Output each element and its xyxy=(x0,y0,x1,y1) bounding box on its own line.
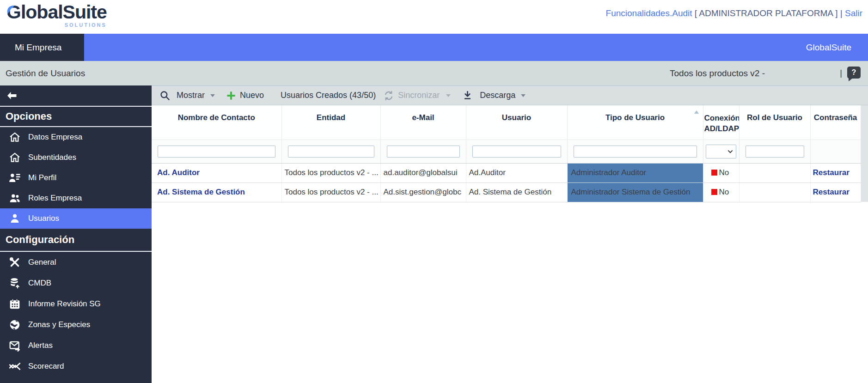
sidebar-item-label: Informe Revisión SG xyxy=(28,299,101,309)
filter-adldap-select[interactable] xyxy=(706,145,736,158)
grid-toolbar: Mostrar Nuevo Usuarios Creados (43/50) S… xyxy=(152,85,868,105)
descarga-button[interactable]: Descarga xyxy=(480,91,515,100)
sidebar: Opciones Datos Empresa Subentidades Mi P… xyxy=(0,85,152,383)
profile-icon xyxy=(8,171,21,184)
sidebar-item-cmdb[interactable]: CMDB xyxy=(0,273,152,293)
sidebar-item-label: Roles Empresa xyxy=(28,194,82,203)
sidebar-item-datos-empresa[interactable]: Datos Empresa xyxy=(0,127,152,147)
back-arrow-icon xyxy=(6,90,18,101)
sidebar-item-roles-empresa[interactable]: Roles Empresa xyxy=(0,188,152,208)
calendar-icon xyxy=(8,298,21,310)
mostrar-button[interactable]: Mostrar xyxy=(177,91,205,100)
sidebar-item-label: Usuarios xyxy=(28,214,59,223)
col-header-tipo[interactable]: Tipo de Usuario xyxy=(567,105,703,140)
globalsuite-logo: GlobalSuite SOLUTIONS xyxy=(6,3,107,28)
search-icon[interactable] xyxy=(159,90,170,101)
home-icon xyxy=(8,151,21,164)
account-links: Funcionalidades.Audit [ ADMINISTRADOR PL… xyxy=(606,8,862,18)
email-cell: ad.auditor@globalsui xyxy=(380,163,466,182)
table-right-gutter xyxy=(861,105,868,202)
entidad-cell: Todos los productos v2 - ... xyxy=(281,182,380,202)
restaurar-link[interactable]: Restaurar xyxy=(813,168,850,177)
account-role-label: [ ADMINISTRADOR PLATAFORMA ] xyxy=(695,8,838,18)
sidebar-item-scorecard[interactable]: Scorecard xyxy=(0,356,152,377)
rol-cell xyxy=(739,182,810,202)
logo-g: G xyxy=(6,1,21,23)
pagebar-separator: | xyxy=(840,61,842,85)
sidebar-item-label: Scorecard xyxy=(28,362,64,371)
logo-wordmark: GlobalSuite xyxy=(6,1,107,23)
rol-cell xyxy=(739,163,810,182)
col-header-entidad[interactable]: Entidad xyxy=(281,105,380,140)
page-title: Gestión de Usuarios xyxy=(6,61,85,85)
sidebar-heading-opciones: Opciones xyxy=(0,107,152,127)
mostrar-dropdown-caret[interactable] xyxy=(210,94,215,97)
sidebar-item-general[interactable]: General xyxy=(0,252,152,273)
table-row: Ad. Auditor Todos los productos v2 - ...… xyxy=(152,163,861,182)
col-header-rol[interactable]: Rol de Usuario xyxy=(739,105,810,140)
sort-asc-icon xyxy=(694,110,699,114)
usuario-cell: Ad.Auditor xyxy=(466,163,567,182)
sidebar-heading-configuracion: Configuración xyxy=(0,229,152,252)
filter-tipo-input[interactable] xyxy=(574,146,697,158)
col-header-tipo-label: Tipo de Usuario xyxy=(605,113,665,122)
help-icon[interactable]: ? xyxy=(847,67,861,79)
nav-brand-label: GlobalSuite xyxy=(806,34,851,61)
col-header-usuario[interactable]: Usuario xyxy=(466,105,567,140)
col-header-conexion[interactable]: Conexión AD/LDAP xyxy=(703,105,739,140)
entidad-cell: Todos los productos v2 - ... xyxy=(281,163,380,182)
status-red-icon xyxy=(711,170,717,176)
sincronizar-dropdown-caret xyxy=(446,94,451,97)
user-icon xyxy=(8,212,21,225)
sidebar-back-button[interactable] xyxy=(0,85,152,107)
sidebar-item-subentidades[interactable]: Subentidades xyxy=(0,147,152,168)
filter-entidad-input[interactable] xyxy=(288,146,374,158)
col-header-email[interactable]: e-Mail xyxy=(380,105,466,140)
filter-row xyxy=(152,140,861,163)
conexion-header-line2: AD/LDAP xyxy=(704,124,740,133)
sidebar-item-alertas[interactable]: Alertas xyxy=(0,335,152,356)
user-name-link[interactable]: Ad. Sistema de Gestión xyxy=(157,188,245,196)
mail-forward-icon xyxy=(8,339,21,352)
page-context-label: Todos los productos v2 - xyxy=(670,61,765,85)
user-name-link[interactable]: Ad. Auditor xyxy=(157,168,200,177)
status-red-icon xyxy=(711,189,717,195)
col-header-nombre[interactable]: Nombre de Contacto xyxy=(152,105,281,140)
links-separator: | xyxy=(840,8,843,18)
logout-link[interactable]: Salir xyxy=(845,8,862,18)
conexion-cell: No xyxy=(703,182,739,202)
sidebar-item-usuarios[interactable]: Usuarios xyxy=(0,208,152,229)
app-window: GlobalSuite SOLUTIONS Funcionalidades.Au… xyxy=(0,0,868,383)
sidebar-item-zonas-especies[interactable]: Zonas y Especies xyxy=(0,314,152,335)
usuario-cell: Ad. Sistema de Gestión xyxy=(466,182,567,202)
col-header-contrasena[interactable]: Contraseña xyxy=(810,105,861,140)
plus-icon[interactable] xyxy=(226,91,236,101)
descarga-dropdown-caret[interactable] xyxy=(521,94,526,97)
users-table: Nombre de Contacto Entidad e-Mail Usuari… xyxy=(152,105,861,202)
nuevo-button[interactable]: Nuevo xyxy=(240,91,264,100)
people-icon xyxy=(8,192,21,205)
home-icon xyxy=(8,131,21,144)
email-cell: Ad.sist.gestion@globc xyxy=(380,182,466,202)
logo-subtext: SOLUTIONS xyxy=(6,23,107,28)
restaurar-link[interactable]: Restaurar xyxy=(813,188,850,196)
tab-mi-empresa[interactable]: Mi Empresa xyxy=(0,34,84,61)
filter-nombre-input[interactable] xyxy=(158,146,275,158)
sidebar-item-label: General xyxy=(28,258,56,267)
page-bar: Gestión de Usuarios Todos los productos … xyxy=(0,61,868,85)
top-header: GlobalSuite SOLUTIONS Funcionalidades.Au… xyxy=(0,0,868,34)
sidebar-item-label: Mi Perfil xyxy=(28,173,56,182)
sync-icon xyxy=(383,90,394,101)
globe-icon xyxy=(8,318,21,331)
table-header-row: Nombre de Contacto Entidad e-Mail Usuari… xyxy=(152,105,861,140)
sidebar-item-mi-perfil[interactable]: Mi Perfil xyxy=(0,168,152,188)
filter-rol-input[interactable] xyxy=(746,146,804,158)
filter-usuario-input[interactable] xyxy=(472,146,561,158)
table-row: Ad. Sistema de Gestión Todos los product… xyxy=(152,182,861,202)
main-content: Mostrar Nuevo Usuarios Creados (43/50) S… xyxy=(152,85,868,383)
tipo-usuario-cell: Administrador Auditor xyxy=(567,163,703,182)
filter-email-input[interactable] xyxy=(387,146,460,158)
download-icon[interactable] xyxy=(463,91,472,100)
functionality-link[interactable]: Funcionalidades.Audit xyxy=(606,8,692,18)
sidebar-item-informe-revision[interactable]: Informe Revisión SG xyxy=(0,293,152,314)
